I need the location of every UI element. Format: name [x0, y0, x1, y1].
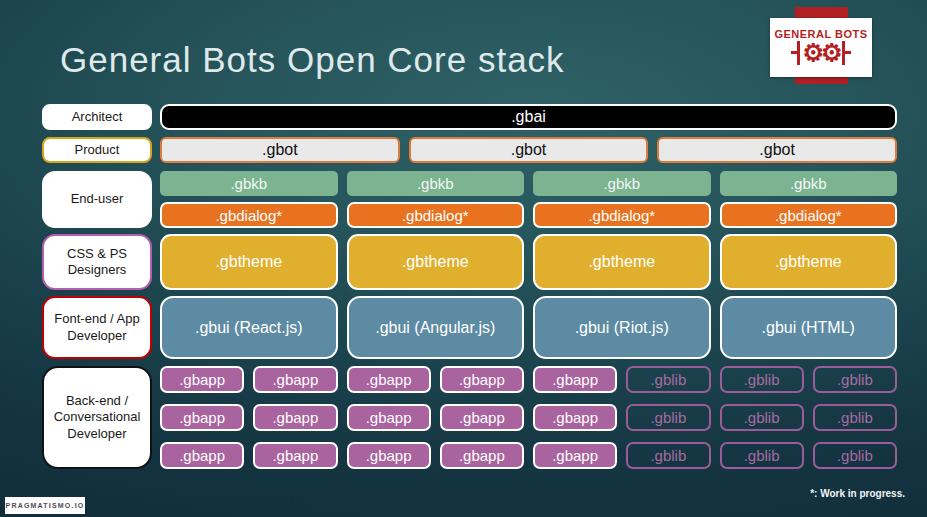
gbui-angular-box: .gbui (Angular.js) [347, 296, 525, 359]
gblib-box: .gblib [720, 404, 804, 431]
gbapp-box: .gbapp [253, 366, 337, 393]
role-label-architect: Architect [42, 104, 152, 130]
gbapp-box: .gbapp [253, 404, 337, 431]
gears-icon: ⚙⚙ [797, 38, 844, 68]
logo-bar-left [797, 41, 800, 65]
row-gbot: .gbot .gbot .gbot [160, 137, 897, 163]
gbapp-box: .gbapp [160, 442, 244, 469]
gbapp-box: .gbapp [253, 442, 337, 469]
gbapp-box: .gbapp [533, 404, 617, 431]
gbui-react-box: .gbui (React.js) [160, 296, 338, 359]
gbui-riot-box: .gbui (Riot.js) [533, 296, 711, 359]
gbapp-box: .gbapp [533, 442, 617, 469]
slide-canvas: General Bots Open Core stack GENERAL BOT… [0, 0, 927, 517]
pragmatismo-logo: PRAGMATISMO.IO [5, 497, 85, 514]
gbapp-box: .gbapp [440, 366, 524, 393]
role-label-css-ps-designers: CSS & PS Designers [42, 234, 152, 290]
gblib-box: .gblib [720, 366, 804, 393]
gbkb-box: .gbkb [720, 171, 898, 196]
gblib-box: .gblib [626, 442, 710, 469]
role-label-frontend-app-developer: Font-end / App Developer [42, 296, 152, 359]
role-text: End-user [71, 191, 124, 207]
gbdialog-box: .gbdialog* [160, 202, 338, 228]
role-text: CSS & PS Designers [50, 246, 144, 279]
row-gbdialog: .gbdialog* .gbdialog* .gbdialog* .gbdial… [160, 202, 897, 228]
gbdialog-box: .gbdialog* [720, 202, 898, 228]
gbtheme-box: .gbtheme [720, 234, 898, 290]
gbapp-box: .gbapp [347, 404, 431, 431]
gbot-box: .gbot [657, 137, 897, 163]
row-gbai: .gbai [160, 104, 897, 130]
role-text: Back-end / Conversational Developer [50, 393, 144, 442]
row-gbapp-gblib-3: .gbapp .gbapp .gbapp .gbapp .gbapp .gbli… [160, 442, 897, 469]
row-gbkb: .gbkb .gbkb .gbkb .gbkb [160, 171, 897, 196]
gbkb-box: .gbkb [347, 171, 525, 196]
row-gbapp-gblib-1: .gbapp .gbapp .gbapp .gbapp .gbapp .gbli… [160, 366, 897, 393]
gblib-box: .gblib [813, 404, 897, 431]
role-label-product: Product [42, 137, 152, 163]
gblib-box: .gblib [720, 442, 804, 469]
gbui-html-box: .gbui (HTML) [720, 296, 898, 359]
role-text: Product [75, 142, 120, 158]
footer-caption: 2018Q4 - Corporate [88, 487, 310, 515]
gbot-box: .gbot [160, 137, 400, 163]
gblib-box: .gblib [626, 366, 710, 393]
gbkb-box: .gbkb [533, 171, 711, 196]
general-bots-logo: GENERAL BOTS ⚙⚙ [770, 18, 872, 77]
gbapp-box: .gbapp [347, 442, 431, 469]
gbtheme-box: .gbtheme [533, 234, 711, 290]
pragmatismo-wordmark: PRAGMATISMO.IO [6, 502, 85, 509]
gbtheme-box: .gbtheme [347, 234, 525, 290]
row-gbtheme: .gbtheme .gbtheme .gbtheme .gbtheme [160, 234, 897, 290]
gbapp-box: .gbapp [160, 404, 244, 431]
role-text: Architect [72, 109, 123, 125]
gblib-box: .gblib [626, 404, 710, 431]
logo-bar-right [842, 41, 845, 65]
gbapp-box: .gbapp [440, 442, 524, 469]
gbai-box: .gbai [160, 104, 897, 130]
row-gbapp-gblib-2: .gbapp .gbapp .gbapp .gbapp .gbapp .gbli… [160, 404, 897, 431]
gbapp-box: .gbapp [160, 366, 244, 393]
gblib-box: .gblib [813, 366, 897, 393]
gbdialog-box: .gbdialog* [533, 202, 711, 228]
row-gbui: .gbui (React.js) .gbui (Angular.js) .gbu… [160, 296, 897, 359]
page-title: General Bots Open Core stack [60, 40, 760, 80]
role-label-backend-conversational-developer: Back-end / Conversational Developer [42, 366, 152, 469]
gbapp-box: .gbapp [440, 404, 524, 431]
gbapp-box: .gbapp [533, 366, 617, 393]
gear-glyphs: ⚙⚙ [802, 41, 839, 65]
gblib-box: .gblib [813, 442, 897, 469]
role-text: Font-end / App Developer [50, 311, 144, 344]
gbot-box: .gbot [409, 137, 649, 163]
gbdialog-box: .gbdialog* [347, 202, 525, 228]
role-label-end-user: End-user [42, 171, 152, 228]
work-in-progress-note: *: Work in progress. [810, 488, 905, 499]
gbapp-box: .gbapp [347, 366, 431, 393]
gbtheme-box: .gbtheme [160, 234, 338, 290]
gbkb-box: .gbkb [160, 171, 338, 196]
